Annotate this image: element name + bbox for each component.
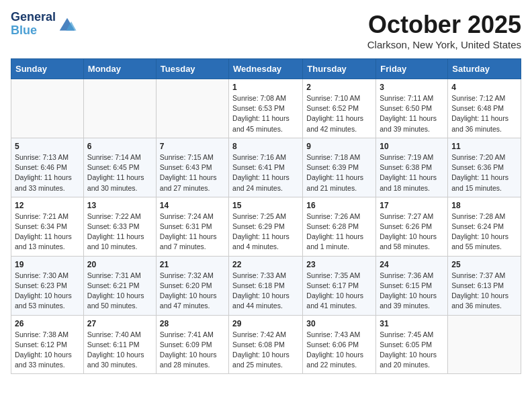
calendar-week-row: 26Sunrise: 7:38 AM Sunset: 6:12 PM Dayli… [11,315,521,374]
day-info: Sunrise: 7:26 AM Sunset: 6:28 PM Dayligh… [306,212,372,253]
calendar-cell: 28Sunrise: 7:41 AM Sunset: 6:09 PM Dayli… [156,315,228,374]
calendar-cell: 9Sunrise: 7:18 AM Sunset: 6:39 PM Daylig… [303,138,376,197]
calendar-week-row: 19Sunrise: 7:30 AM Sunset: 6:23 PM Dayli… [11,256,521,315]
calendar-cell: 31Sunrise: 7:45 AM Sunset: 6:05 PM Dayli… [376,315,448,374]
day-number: 25 [451,260,517,269]
day-number: 2 [306,83,372,92]
calendar-cell: 14Sunrise: 7:24 AM Sunset: 6:31 PM Dayli… [156,197,228,256]
day-info: Sunrise: 7:14 AM Sunset: 6:45 PM Dayligh… [87,152,152,193]
calendar-cell [83,79,156,138]
calendar-cell [448,315,521,374]
day-info: Sunrise: 7:20 AM Sunset: 6:36 PM Dayligh… [451,152,517,193]
calendar-cell: 23Sunrise: 7:35 AM Sunset: 6:17 PM Dayli… [303,256,376,315]
day-number: 26 [15,319,80,328]
calendar-cell: 22Sunrise: 7:33 AM Sunset: 6:18 PM Dayli… [229,256,303,315]
day-info: Sunrise: 7:36 AM Sunset: 6:15 PM Dayligh… [380,271,444,312]
day-info: Sunrise: 7:21 AM Sunset: 6:34 PM Dayligh… [15,212,80,253]
day-number: 3 [380,83,444,92]
day-number: 12 [15,201,80,210]
calendar-cell: 12Sunrise: 7:21 AM Sunset: 6:34 PM Dayli… [11,197,84,256]
day-info: Sunrise: 7:30 AM Sunset: 6:23 PM Dayligh… [15,271,80,312]
calendar-table: SundayMondayTuesdayWednesdayThursdayFrid… [11,58,521,374]
logo: GeneralBlue [11,11,77,38]
day-info: Sunrise: 7:28 AM Sunset: 6:24 PM Dayligh… [451,212,517,253]
day-number: 22 [232,260,299,269]
day-number: 18 [451,201,517,210]
calendar-cell [156,79,228,138]
day-info: Sunrise: 7:27 AM Sunset: 6:26 PM Dayligh… [380,212,444,253]
calendar-cell: 21Sunrise: 7:32 AM Sunset: 6:20 PM Dayli… [156,256,228,315]
day-info: Sunrise: 7:11 AM Sunset: 6:50 PM Dayligh… [380,93,444,134]
calendar-cell: 5Sunrise: 7:13 AM Sunset: 6:46 PM Daylig… [11,138,84,197]
day-info: Sunrise: 7:19 AM Sunset: 6:38 PM Dayligh… [380,152,444,193]
day-number: 17 [380,201,444,210]
calendar-cell: 29Sunrise: 7:42 AM Sunset: 6:08 PM Dayli… [229,315,303,374]
calendar-cell [11,79,84,138]
calendar-cell: 18Sunrise: 7:28 AM Sunset: 6:24 PM Dayli… [448,197,521,256]
day-header-sunday: Sunday [11,59,84,79]
day-number: 31 [380,319,444,328]
calendar-body: 1Sunrise: 7:08 AM Sunset: 6:53 PM Daylig… [11,79,521,374]
day-number: 27 [87,319,152,328]
location: Clarkson, New York, United States [367,39,521,50]
month-title: October 2025 [367,11,521,39]
calendar-cell: 20Sunrise: 7:31 AM Sunset: 6:21 PM Dayli… [83,256,156,315]
day-info: Sunrise: 7:18 AM Sunset: 6:39 PM Dayligh… [306,152,372,193]
day-number: 20 [87,260,152,269]
day-number: 29 [232,319,299,328]
calendar-cell: 30Sunrise: 7:43 AM Sunset: 6:06 PM Dayli… [303,315,376,374]
calendar-cell: 13Sunrise: 7:22 AM Sunset: 6:33 PM Dayli… [83,197,156,256]
calendar-cell: 16Sunrise: 7:26 AM Sunset: 6:28 PM Dayli… [303,197,376,256]
day-header-wednesday: Wednesday [229,59,303,79]
calendar-cell: 24Sunrise: 7:36 AM Sunset: 6:15 PM Dayli… [376,256,448,315]
day-number: 5 [15,142,80,151]
calendar-week-row: 1Sunrise: 7:08 AM Sunset: 6:53 PM Daylig… [11,79,521,138]
day-info: Sunrise: 7:15 AM Sunset: 6:43 PM Dayligh… [160,152,225,193]
calendar-cell: 3Sunrise: 7:11 AM Sunset: 6:50 PM Daylig… [376,79,448,138]
page-header: GeneralBlue October 2025 Clarkson, New Y… [11,11,521,50]
day-number: 10 [380,142,444,151]
calendar-cell: 2Sunrise: 7:10 AM Sunset: 6:52 PM Daylig… [303,79,376,138]
day-header-thursday: Thursday [303,59,376,79]
calendar-cell: 27Sunrise: 7:40 AM Sunset: 6:11 PM Dayli… [83,315,156,374]
day-number: 19 [15,260,80,269]
calendar-week-row: 5Sunrise: 7:13 AM Sunset: 6:46 PM Daylig… [11,138,521,197]
day-info: Sunrise: 7:33 AM Sunset: 6:18 PM Dayligh… [232,271,299,312]
day-number: 6 [87,142,152,151]
calendar-cell: 25Sunrise: 7:37 AM Sunset: 6:13 PM Dayli… [448,256,521,315]
day-info: Sunrise: 7:32 AM Sunset: 6:20 PM Dayligh… [160,271,225,312]
day-info: Sunrise: 7:24 AM Sunset: 6:31 PM Dayligh… [160,212,225,253]
calendar-cell: 10Sunrise: 7:19 AM Sunset: 6:38 PM Dayli… [376,138,448,197]
day-info: Sunrise: 7:13 AM Sunset: 6:46 PM Dayligh… [15,152,80,193]
day-number: 4 [451,83,517,92]
calendar-cell: 8Sunrise: 7:16 AM Sunset: 6:41 PM Daylig… [229,138,303,197]
day-number: 11 [451,142,517,151]
calendar-cell: 11Sunrise: 7:20 AM Sunset: 6:36 PM Dayli… [448,138,521,197]
day-info: Sunrise: 7:25 AM Sunset: 6:29 PM Dayligh… [232,212,299,253]
day-number: 21 [160,260,225,269]
day-info: Sunrise: 7:16 AM Sunset: 6:41 PM Dayligh… [232,152,299,193]
logo-icon [57,14,77,34]
calendar-header-row: SundayMondayTuesdayWednesdayThursdayFrid… [11,59,521,79]
calendar-cell: 7Sunrise: 7:15 AM Sunset: 6:43 PM Daylig… [156,138,228,197]
calendar-cell: 4Sunrise: 7:12 AM Sunset: 6:48 PM Daylig… [448,79,521,138]
day-info: Sunrise: 7:22 AM Sunset: 6:33 PM Dayligh… [87,212,152,253]
day-info: Sunrise: 7:41 AM Sunset: 6:09 PM Dayligh… [160,330,225,371]
logo-text: GeneralBlue [11,11,56,38]
calendar-cell: 17Sunrise: 7:27 AM Sunset: 6:26 PM Dayli… [376,197,448,256]
day-number: 9 [306,142,372,151]
day-header-friday: Friday [376,59,448,79]
day-number: 1 [232,83,299,92]
day-info: Sunrise: 7:42 AM Sunset: 6:08 PM Dayligh… [232,330,299,371]
calendar-cell: 15Sunrise: 7:25 AM Sunset: 6:29 PM Dayli… [229,197,303,256]
day-info: Sunrise: 7:37 AM Sunset: 6:13 PM Dayligh… [451,271,517,312]
calendar-cell: 6Sunrise: 7:14 AM Sunset: 6:45 PM Daylig… [83,138,156,197]
calendar-cell: 1Sunrise: 7:08 AM Sunset: 6:53 PM Daylig… [229,79,303,138]
day-number: 14 [160,201,225,210]
day-info: Sunrise: 7:45 AM Sunset: 6:05 PM Dayligh… [380,330,444,371]
day-number: 23 [306,260,372,269]
title-area: October 2025 Clarkson, New York, United … [367,11,521,50]
day-number: 8 [232,142,299,151]
day-header-saturday: Saturday [448,59,521,79]
day-number: 15 [232,201,299,210]
